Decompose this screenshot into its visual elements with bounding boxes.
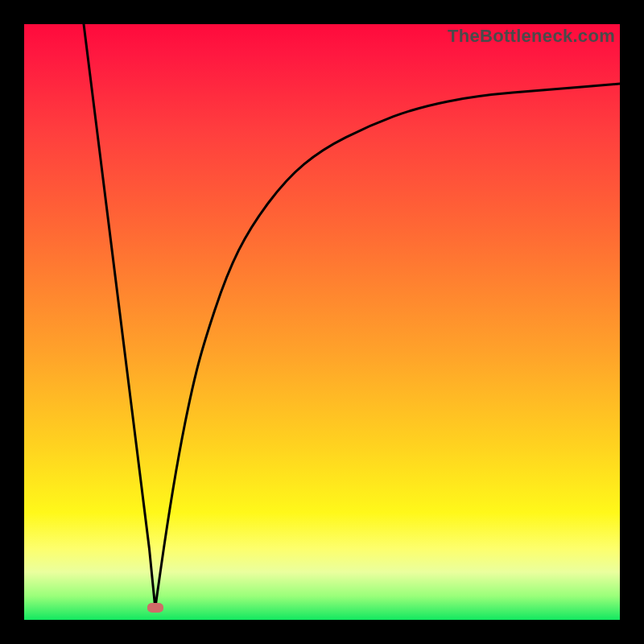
plot-area: TheBottleneck.com — [24, 24, 620, 620]
bottleneck-curve — [24, 24, 620, 620]
curve-path — [84, 24, 620, 608]
chart-frame: TheBottleneck.com — [0, 0, 644, 644]
minimum-marker — [147, 603, 163, 613]
